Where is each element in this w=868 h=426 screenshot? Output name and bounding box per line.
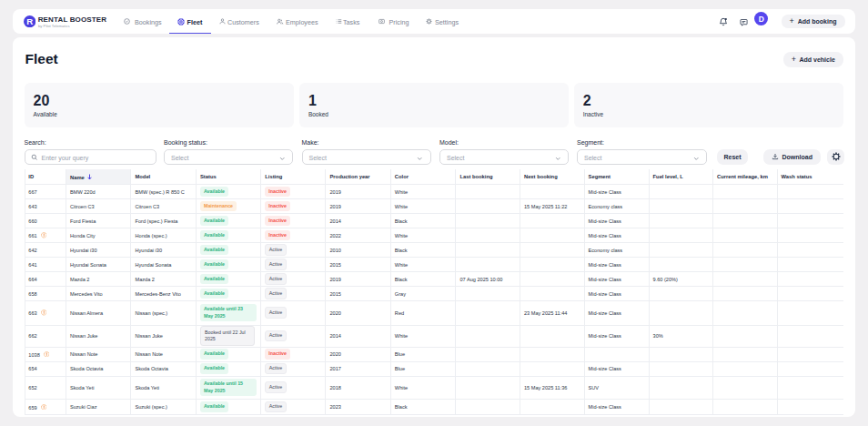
svg-text:R: R — [26, 16, 33, 26]
